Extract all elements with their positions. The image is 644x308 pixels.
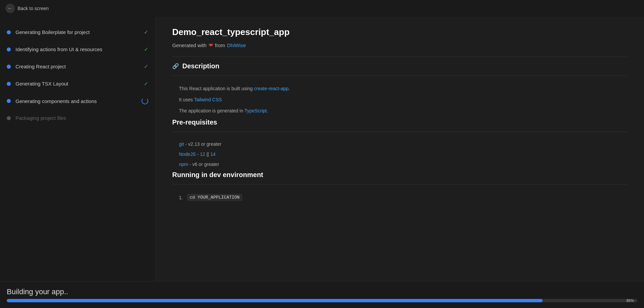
divider-3 (172, 132, 627, 132)
prereq-block: git - v2.13 or greater NodeJS - 12 || 14… (172, 137, 627, 171)
running-section-header: Running in dev environment (172, 171, 627, 179)
prereq-git: git - v2.13 or greater (179, 141, 620, 147)
back-button[interactable]: ← Back to screen (5, 4, 49, 13)
spinner-components (142, 98, 148, 104)
generated-with-text: Generated with (172, 42, 207, 48)
git-link[interactable]: git (179, 141, 184, 147)
link-icon: 🔗 (172, 63, 179, 69)
running-step-1: 1. cd YOUR_APPLICATION (179, 194, 620, 201)
sidebar: Generating Boilerplate for project✓Ident… (0, 17, 155, 281)
project-title: Demo_react_typescript_app (172, 27, 627, 37)
check-icon-boilerplate: ✓ (144, 29, 148, 35)
running-heading: Running in dev environment (172, 171, 263, 179)
nodejs-link[interactable]: NodeJS (179, 151, 196, 157)
node12-link[interactable]: 12 (200, 151, 205, 157)
npm-link[interactable]: npm (179, 162, 188, 167)
step-label-packaging: Packaging project files (16, 115, 148, 121)
step-label-identifying: Identifying actions from UI & resources (16, 46, 139, 52)
step-item-creating: Creating React project✓ (0, 58, 155, 75)
prereq-nodejs: NodeJS - 12 || 14 (179, 151, 620, 157)
step-dot-boilerplate (7, 30, 11, 34)
prereq-section-header: Pre-requisites (172, 118, 627, 126)
step-dot-components (7, 99, 11, 103)
step-label-components: Generating components and actions (16, 98, 137, 104)
step-dot-creating (7, 65, 11, 69)
step-dot-identifying (7, 47, 11, 52)
step-label-tsx: Generating TSX Layout (16, 81, 139, 87)
step-item-identifying: Identifying actions from UI & resources✓ (0, 41, 155, 58)
node14-link[interactable]: 14 (210, 151, 216, 157)
step-item-tsx: Generating TSX Layout✓ (0, 75, 155, 92)
content-area: Demo_react_typescript_app Generated with… (155, 17, 644, 281)
prereq-npm: npm - v6 or greater (179, 162, 620, 167)
divider-2 (172, 75, 627, 76)
check-icon-tsx: ✓ (144, 80, 148, 87)
progress-bar (7, 299, 543, 302)
divider-4 (172, 184, 627, 184)
from-text: from (215, 42, 225, 48)
top-bar: ← Back to screen (0, 0, 644, 17)
description-heading: Description (182, 62, 219, 70)
step-dot-packaging (7, 116, 11, 120)
prereq-heading: Pre-requisites (172, 118, 217, 126)
desc-line-1: This React application is built using cr… (179, 85, 620, 92)
check-icon-creating: ✓ (144, 63, 148, 70)
generated-with-line: Generated with ❤ from DhiWise (172, 42, 627, 48)
main-layout: Generating Boilerplate for project✓Ident… (0, 17, 644, 281)
step-label-boilerplate: Generating Boilerplate for project (16, 29, 139, 35)
progress-container: 85% (7, 299, 637, 302)
description-block: This React application is built using cr… (172, 81, 627, 118)
step-item-components: Generating components and actions (0, 92, 155, 110)
back-label: Back to screen (18, 6, 49, 11)
dhiwise-link[interactable]: DhiWise (227, 42, 246, 48)
step-number-1: 1. (179, 195, 183, 200)
running-block: 1. cd YOUR_APPLICATION (172, 190, 627, 205)
step-label-creating: Creating React project (16, 64, 139, 69)
step-item-packaging: Packaging project files (0, 110, 155, 126)
progress-label: 85% (626, 299, 634, 302)
create-react-app-link[interactable]: create-react-app (254, 86, 289, 91)
step-dot-tsx (7, 82, 11, 86)
code-cd: cd YOUR_APPLICATION (187, 194, 242, 201)
tailwind-link[interactable]: Tailwind CSS (194, 97, 222, 102)
building-text: Building your app.. (7, 287, 637, 296)
back-circle: ← (5, 4, 15, 13)
bottom-bar: Building your app.. 85% (0, 281, 644, 308)
heart-icon: ❤ (209, 42, 213, 48)
typescript-link[interactable]: TypeScript (244, 108, 267, 113)
desc-line-2: It uses Tailwind CSS (179, 96, 620, 103)
back-arrow-icon: ← (7, 5, 13, 11)
desc-line-3: The application is generated in TypeScri… (179, 107, 620, 114)
divider-1 (172, 57, 627, 57)
description-section-header: 🔗 Description (172, 62, 627, 70)
check-icon-identifying: ✓ (144, 46, 148, 53)
step-item-boilerplate: Generating Boilerplate for project✓ (0, 24, 155, 41)
